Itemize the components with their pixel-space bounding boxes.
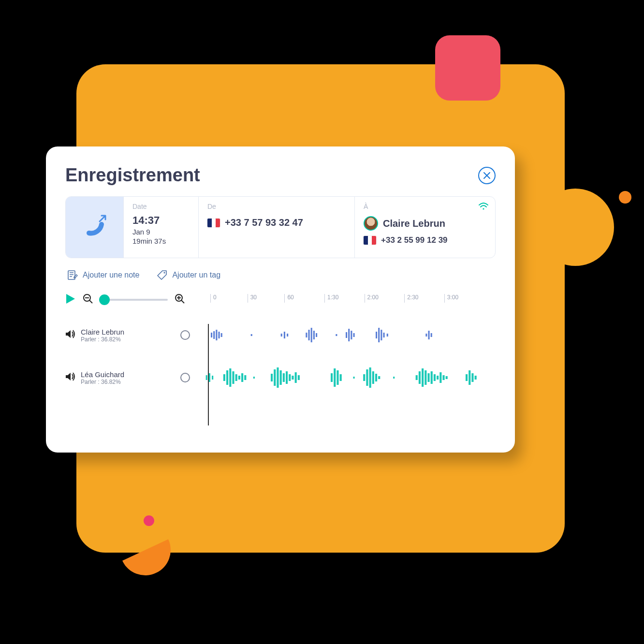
to-contact[interactable]: Claire Lebrun bbox=[364, 216, 486, 231]
tick: 60 bbox=[284, 294, 293, 303]
svg-rect-66 bbox=[416, 375, 418, 380]
waveform-2[interactable] bbox=[196, 366, 496, 389]
svg-rect-48 bbox=[283, 373, 285, 382]
svg-rect-51 bbox=[292, 376, 293, 380]
svg-rect-18 bbox=[316, 333, 317, 337]
svg-rect-63 bbox=[375, 374, 377, 381]
svg-rect-30 bbox=[428, 331, 430, 339]
svg-rect-21 bbox=[348, 329, 350, 341]
svg-rect-32 bbox=[206, 375, 207, 380]
speaker-2-info: Léa Guichard Parler : 36.82% bbox=[81, 370, 124, 385]
tick: 2:30 bbox=[404, 294, 418, 303]
svg-rect-67 bbox=[419, 371, 421, 384]
svg-rect-55 bbox=[334, 368, 336, 387]
avatar bbox=[364, 216, 378, 231]
svg-rect-8 bbox=[219, 332, 220, 338]
svg-rect-5 bbox=[211, 333, 212, 337]
svg-rect-22 bbox=[351, 331, 352, 339]
to-phone-row: +33 2 55 99 12 39 bbox=[364, 235, 486, 245]
svg-rect-77 bbox=[466, 374, 468, 381]
track-2-header: Léa Guichard Parler : 36.82% bbox=[65, 370, 196, 385]
svg-rect-27 bbox=[383, 333, 385, 337]
wifi-icon bbox=[479, 203, 488, 212]
zoom-out-button[interactable] bbox=[83, 293, 93, 306]
svg-rect-49 bbox=[286, 371, 288, 384]
zoom-in-button[interactable] bbox=[175, 293, 185, 306]
tick: 2:00 bbox=[365, 294, 379, 303]
call-time: 14:37 bbox=[132, 214, 190, 227]
from-phone-row: +33 7 57 93 32 47 bbox=[207, 217, 346, 228]
svg-rect-45 bbox=[274, 369, 276, 386]
svg-rect-69 bbox=[424, 370, 426, 385]
svg-rect-70 bbox=[427, 373, 429, 382]
play-icon bbox=[65, 293, 76, 305]
svg-rect-53 bbox=[298, 375, 300, 380]
speaker-icon[interactable] bbox=[65, 372, 76, 383]
svg-rect-42 bbox=[244, 375, 246, 380]
svg-rect-16 bbox=[311, 328, 312, 342]
svg-rect-64 bbox=[378, 376, 380, 379]
svg-rect-71 bbox=[431, 371, 433, 384]
to-name: Claire Lebrun bbox=[383, 218, 445, 229]
action-row: Ajouter une note Ajouter un tag bbox=[67, 270, 494, 280]
add-note-button[interactable]: Ajouter une note bbox=[67, 270, 139, 280]
track-1-select[interactable] bbox=[180, 330, 190, 340]
date-cell: Date 14:37 Jan 9 19min 37s bbox=[124, 197, 199, 258]
from-label: De bbox=[207, 203, 346, 210]
svg-rect-17 bbox=[313, 331, 315, 339]
france-flag-icon bbox=[207, 219, 220, 227]
svg-rect-26 bbox=[381, 330, 382, 340]
speaker-1-pct: Parler : 36.82% bbox=[81, 336, 124, 343]
svg-rect-35 bbox=[223, 374, 225, 381]
svg-rect-52 bbox=[295, 372, 297, 383]
play-button[interactable] bbox=[65, 293, 76, 307]
svg-rect-29 bbox=[425, 334, 427, 337]
svg-rect-33 bbox=[209, 373, 210, 382]
decor-orange-dot bbox=[619, 191, 631, 204]
svg-rect-20 bbox=[346, 332, 347, 338]
to-cell: À Claire Lebrun +33 2 55 99 12 39 bbox=[355, 197, 495, 258]
tag-icon bbox=[157, 270, 167, 280]
svg-rect-43 bbox=[253, 377, 255, 379]
from-cell: De +33 7 57 93 32 47 bbox=[199, 197, 355, 258]
svg-rect-56 bbox=[337, 370, 338, 385]
call-duration: 19min 37s bbox=[132, 237, 190, 245]
zoom-slider[interactable] bbox=[100, 299, 168, 301]
to-number: +33 2 55 99 12 39 bbox=[381, 235, 448, 245]
speaker-icon[interactable] bbox=[65, 329, 76, 341]
slider-knob[interactable] bbox=[99, 294, 110, 305]
svg-rect-13 bbox=[287, 334, 288, 337]
svg-rect-80 bbox=[475, 376, 477, 380]
tracks: Claire Lebrun Parler : 36.82% bbox=[65, 324, 496, 389]
svg-rect-47 bbox=[280, 370, 282, 385]
svg-rect-14 bbox=[306, 333, 307, 337]
svg-rect-12 bbox=[284, 332, 285, 338]
track-1: Claire Lebrun Parler : 36.82% bbox=[65, 324, 496, 346]
svg-rect-19 bbox=[336, 334, 337, 336]
svg-rect-31 bbox=[431, 333, 432, 337]
svg-rect-54 bbox=[331, 373, 333, 382]
recording-card: Enregistrement Date 14:37 Jan 9 19min 37… bbox=[46, 146, 515, 453]
speaker-2-name: Léa Guichard bbox=[81, 370, 124, 379]
track-2-select[interactable] bbox=[180, 373, 190, 382]
france-flag-icon bbox=[364, 236, 376, 245]
svg-rect-23 bbox=[353, 333, 355, 337]
tick: 30 bbox=[248, 294, 257, 303]
svg-rect-28 bbox=[387, 334, 388, 337]
zoom-out-icon bbox=[83, 293, 93, 304]
svg-rect-10 bbox=[251, 334, 252, 336]
add-tag-button[interactable]: Ajouter un tag bbox=[157, 270, 220, 280]
svg-rect-34 bbox=[212, 376, 213, 380]
zoom-in-icon bbox=[175, 293, 185, 304]
close-button[interactable] bbox=[478, 167, 496, 184]
waveform-1[interactable] bbox=[196, 324, 496, 346]
track-2: Léa Guichard Parler : 36.82% bbox=[65, 366, 496, 389]
svg-rect-78 bbox=[468, 370, 470, 385]
call-info-row: Date 14:37 Jan 9 19min 37s De +33 7 57 9… bbox=[65, 196, 496, 258]
svg-rect-40 bbox=[238, 376, 240, 380]
timeline-ruler: 0 30 60 1:30 2:00 2:30 3:00 bbox=[210, 294, 496, 307]
svg-rect-59 bbox=[363, 374, 365, 381]
track-1-header: Claire Lebrun Parler : 36.82% bbox=[65, 328, 196, 343]
call-direction-cell bbox=[66, 197, 124, 258]
svg-rect-79 bbox=[471, 373, 473, 382]
